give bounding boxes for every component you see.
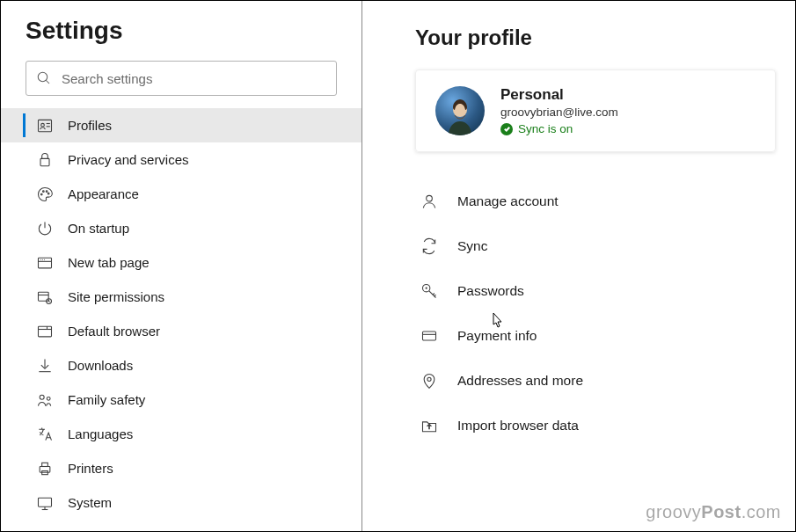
page-title: Settings — [26, 17, 337, 45]
profile-card-icon — [36, 117, 54, 135]
card-icon — [420, 327, 438, 345]
sidebar-item-label: Profiles — [68, 118, 112, 133]
profile-options: Manage account Sync Passwords Payment in… — [415, 179, 776, 448]
person-icon — [420, 193, 438, 210]
svg-rect-25 — [40, 466, 50, 472]
sidebar-item-privacy[interactable]: Privacy and services — [1, 142, 361, 177]
lock-icon — [36, 151, 54, 169]
svg-point-37 — [427, 377, 431, 381]
svg-point-8 — [43, 190, 45, 192]
profile-meta: Personal groovybrian@live.com Sync is on — [500, 86, 618, 135]
option-label: Sync — [457, 238, 487, 254]
svg-rect-11 — [39, 258, 52, 268]
svg-rect-35 — [423, 332, 436, 340]
sidebar-item-label: Appearance — [68, 186, 139, 201]
sidebar-item-label: Family safety — [68, 392, 145, 407]
settings-sidebar: Settings Profiles Privacy and services A… — [1, 1, 362, 531]
svg-point-3 — [41, 123, 45, 127]
svg-point-23 — [40, 395, 44, 399]
svg-point-9 — [46, 190, 47, 192]
sidebar-item-printers[interactable]: Printers — [1, 451, 361, 485]
svg-rect-6 — [40, 158, 49, 165]
option-payment-info[interactable]: Payment info — [415, 313, 776, 358]
sidebar-item-label: Site permissions — [68, 289, 164, 304]
svg-point-0 — [38, 72, 47, 82]
system-icon — [36, 494, 54, 512]
sidebar-item-label: Default browser — [68, 324, 160, 339]
sidebar-item-defaultbrowser[interactable]: Default browser — [1, 314, 361, 348]
search-icon — [36, 70, 52, 86]
profile-email: groovybrian@live.com — [500, 106, 618, 119]
option-addresses[interactable]: Addresses and more — [415, 358, 776, 403]
sidebar-item-profiles[interactable]: Profiles — [1, 108, 361, 142]
key-icon — [420, 282, 438, 300]
power-icon — [36, 220, 54, 237]
sidebar-item-sitepermissions[interactable]: Site permissions — [1, 280, 361, 314]
svg-rect-2 — [39, 120, 52, 131]
svg-point-15 — [44, 259, 45, 259]
svg-point-14 — [42, 259, 43, 259]
sync-icon — [420, 237, 438, 255]
printer-icon — [36, 460, 54, 477]
sidebar-item-family[interactable]: Family safety — [1, 383, 361, 417]
svg-line-1 — [46, 80, 49, 84]
option-passwords[interactable]: Passwords — [415, 268, 776, 313]
sidebar-item-label: System — [68, 495, 112, 510]
sidebar-item-downloads[interactable]: Downloads — [1, 348, 361, 383]
sidebar-item-label: Privacy and services — [68, 152, 189, 167]
sidebar-nav: Profiles Privacy and services Appearance… — [1, 108, 361, 520]
svg-rect-19 — [39, 326, 52, 337]
sidebar-item-label: Printers — [68, 461, 113, 476]
option-label: Manage account — [457, 193, 559, 209]
svg-point-34 — [426, 287, 427, 288]
option-manage-account[interactable]: Manage account — [415, 179, 776, 223]
language-icon — [36, 426, 54, 443]
watermark: groovyPost.com — [646, 502, 781, 522]
sidebar-item-appearance[interactable]: Appearance — [1, 177, 361, 211]
profile-card[interactable]: Personal groovybrian@live.com Sync is on — [415, 69, 776, 152]
svg-point-7 — [40, 193, 42, 195]
avatar — [435, 86, 485, 135]
profile-panel: Your profile Personal groovybrian@live.c… — [362, 1, 795, 531]
sidebar-item-startup[interactable]: On startup — [1, 211, 361, 245]
svg-point-13 — [40, 259, 41, 259]
profile-name: Personal — [500, 86, 618, 104]
option-label: Import browser data — [457, 418, 579, 434]
location-icon — [420, 372, 438, 390]
svg-rect-26 — [42, 463, 48, 466]
sidebar-item-newtab[interactable]: New tab page — [1, 245, 361, 280]
search-input[interactable] — [26, 61, 337, 96]
check-circle-icon — [500, 123, 513, 135]
newtab-icon — [36, 254, 54, 272]
svg-rect-28 — [39, 498, 52, 506]
download-icon — [36, 357, 54, 375]
import-icon — [420, 417, 438, 434]
option-label: Passwords — [457, 283, 524, 299]
sidebar-item-languages[interactable]: Languages — [1, 417, 361, 451]
sync-status: Sync is on — [500, 122, 618, 135]
family-icon — [36, 391, 54, 409]
sidebar-item-system[interactable]: System — [1, 485, 361, 520]
search-container — [26, 61, 337, 96]
sidebar-item-label: Languages — [68, 426, 133, 441]
browser-icon — [36, 323, 54, 340]
site-perm-icon — [36, 288, 54, 306]
svg-point-32 — [427, 195, 433, 201]
sidebar-item-label: Downloads — [68, 358, 133, 373]
option-label: Payment info — [457, 328, 537, 344]
sidebar-item-label: On startup — [68, 221, 129, 236]
sidebar-item-label: New tab page — [68, 255, 150, 270]
section-heading: Your profile — [415, 26, 795, 50]
palette-icon — [36, 186, 54, 203]
option-import-data[interactable]: Import browser data — [415, 403, 776, 448]
svg-point-10 — [47, 193, 49, 194]
svg-point-24 — [47, 397, 50, 400]
sync-status-text: Sync is on — [518, 122, 573, 135]
option-sync[interactable]: Sync — [415, 223, 776, 268]
option-label: Addresses and more — [457, 373, 583, 389]
